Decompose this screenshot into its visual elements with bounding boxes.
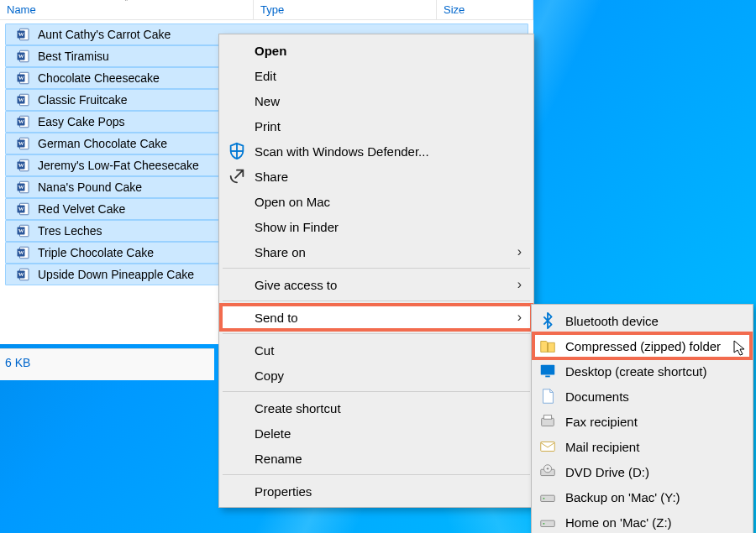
menu-edit[interactable]: Edit [221, 63, 532, 88]
svg-text:W: W [18, 53, 24, 59]
word-document-icon: W [16, 27, 31, 42]
submenu-compressed-folder[interactable]: Compressed (zipped) folder [533, 333, 751, 358]
word-document-icon: W [16, 245, 31, 260]
word-document-icon: W [16, 223, 31, 238]
column-size-label: Size [444, 3, 465, 16]
file-name-label: Upside Down Pineapple Cake [38, 268, 194, 281]
svg-point-48 [543, 498, 545, 499]
network-drive-icon [538, 513, 557, 531]
svg-rect-39 [541, 365, 555, 375]
sort-ascending-icon: ˄ [124, 0, 129, 7]
network-drive-icon [538, 488, 557, 506]
svg-text:W: W [18, 249, 24, 255]
submenu-documents[interactable]: Documents [533, 384, 751, 409]
file-name-label: Nana's Pound Cake [38, 180, 142, 194]
menu-share[interactable]: Share [221, 164, 532, 189]
menu-open[interactable]: Open [221, 38, 532, 63]
menu-send-to[interactable]: Send to › [221, 305, 532, 330]
menu-separator [223, 333, 530, 334]
svg-text:W: W [18, 75, 24, 81]
svg-rect-38 [547, 342, 549, 352]
send-to-submenu: Bluetooth device Compressed (zipped) fol… [531, 304, 753, 533]
desktop-icon [538, 362, 557, 380]
file-name-label: Best Tiramisu [38, 50, 109, 63]
status-size: 6 KB [5, 356, 30, 369]
menu-properties[interactable]: Properties [221, 478, 532, 504]
word-document-icon: W [16, 180, 31, 195]
status-bar: 6 KB [0, 348, 214, 380]
file-name-label: Classic Fruitcake [38, 93, 128, 107]
fax-icon [538, 412, 557, 431]
column-type[interactable]: Type [254, 0, 437, 19]
dvd-drive-icon [538, 462, 557, 481]
svg-rect-41 [542, 418, 554, 426]
menu-rename[interactable]: Rename [221, 446, 532, 471]
menu-separator [223, 300, 530, 301]
documents-icon [538, 387, 557, 405]
svg-text:W: W [18, 97, 24, 102]
svg-rect-49 [541, 520, 555, 526]
menu-open-on-mac[interactable]: Open on Mac [221, 189, 532, 214]
submenu-home-mac[interactable]: Home on 'Mac' (Z:) [533, 509, 751, 533]
svg-text:W: W [18, 118, 24, 124]
svg-text:W: W [18, 140, 24, 146]
bluetooth-icon [538, 311, 557, 330]
file-name-label: Triple Chocolate Cake [38, 246, 154, 259]
submenu-bluetooth[interactable]: Bluetooth device [533, 308, 751, 333]
submenu-backup-mac[interactable]: Backup on 'Mac' (Y:) [533, 484, 751, 509]
svg-text:W: W [18, 162, 24, 168]
submenu-dvd-drive[interactable]: DVD Drive (D:) [533, 459, 751, 484]
word-document-icon: W [16, 201, 31, 217]
svg-text:W: W [18, 184, 24, 190]
menu-cut[interactable]: Cut [221, 337, 532, 363]
zip-folder-icon [538, 337, 557, 355]
column-type-label: Type [260, 3, 284, 16]
word-document-icon: W [16, 92, 31, 107]
file-name-label: Jeremy's Low-Fat Cheesecake [38, 159, 199, 172]
menu-separator [223, 391, 530, 392]
svg-text:W: W [18, 227, 24, 233]
menu-show-in-finder[interactable]: Show in Finder [221, 214, 532, 239]
file-name-label: Easy Cake Pops [38, 115, 125, 128]
svg-rect-42 [543, 415, 551, 420]
menu-share-on[interactable]: Share on › [221, 239, 532, 264]
column-name-label: Name [7, 3, 36, 16]
menu-copy[interactable]: Copy [221, 363, 532, 388]
svg-point-46 [547, 468, 549, 469]
menu-separator [223, 474, 530, 475]
svg-text:W: W [18, 206, 24, 212]
submenu-fax-recipient[interactable]: Fax recipient [533, 409, 751, 434]
column-size[interactable]: Size [437, 0, 533, 19]
share-icon [228, 167, 246, 186]
menu-new[interactable]: New [221, 88, 532, 113]
word-document-icon: W [16, 71, 31, 86]
file-name-label: German Chocolate Cake [38, 137, 167, 150]
submenu-mail-recipient[interactable]: Mail recipient [533, 434, 751, 459]
svg-text:W: W [18, 271, 24, 277]
column-name[interactable]: Name ˄ [0, 0, 254, 19]
word-document-icon: W [16, 49, 31, 64]
column-headers: Name ˄ Type Size [0, 0, 533, 20]
menu-separator [223, 268, 530, 269]
chevron-right-icon: › [517, 310, 522, 325]
file-name-label: Aunt Cathy's Carrot Cake [38, 28, 171, 41]
menu-print[interactable]: Print [221, 113, 532, 138]
submenu-desktop-shortcut[interactable]: Desktop (create shortcut) [533, 358, 751, 384]
svg-rect-47 [541, 495, 555, 501]
menu-create-shortcut[interactable]: Create shortcut [221, 395, 532, 421]
defender-shield-icon [228, 142, 246, 160]
svg-text:W: W [18, 31, 24, 37]
menu-delete[interactable]: Delete [221, 421, 532, 446]
mail-icon [538, 437, 557, 456]
word-document-icon: W [16, 267, 31, 282]
svg-rect-43 [541, 442, 555, 452]
word-document-icon: W [16, 158, 31, 173]
chevron-right-icon: › [517, 277, 522, 292]
chevron-right-icon: › [517, 244, 522, 259]
svg-rect-40 [545, 376, 550, 378]
word-document-icon: W [16, 136, 31, 151]
menu-scan-defender[interactable]: Scan with Windows Defender... [221, 138, 532, 164]
file-name-label: Red Velvet Cake [38, 202, 125, 216]
file-name-label: Tres Leches [38, 224, 102, 238]
menu-give-access-to[interactable]: Give access to › [221, 272, 532, 297]
